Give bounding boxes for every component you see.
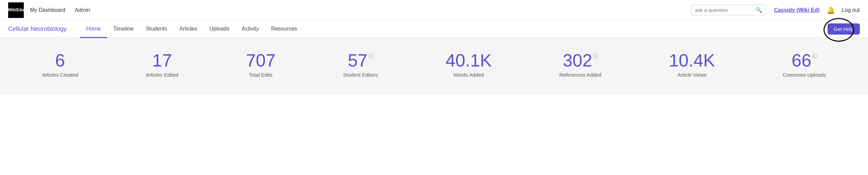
stat-item-articles-edited: 17Articles Edited	[146, 52, 178, 78]
get-help-wrapper: Get Help	[828, 23, 860, 35]
admin-link[interactable]: Admin	[75, 7, 90, 13]
stat-label-4: Words Added	[453, 72, 484, 78]
my-dashboard-link[interactable]: My Dashboard	[30, 7, 65, 13]
stat-label-1: Articles Edited	[146, 72, 178, 78]
stat-value-3: 57	[348, 52, 367, 69]
search-input[interactable]	[695, 7, 753, 13]
sub-nav: Cellular Neurobiology Home Timeline Stud…	[0, 20, 868, 38]
tab-resources[interactable]: Resources	[265, 21, 303, 38]
notification-bell-icon[interactable]: 🔔	[827, 6, 835, 14]
sub-nav-tabs: Home Timeline Students Articles Uploads …	[80, 20, 303, 38]
stat-value-6: 10.4K	[669, 52, 715, 69]
stat-item-articles-created: 6Articles Created	[42, 52, 78, 78]
stat-item-commons-uploads: 66ⓘCommons Uploads	[783, 52, 826, 78]
logout-link[interactable]: Log out	[842, 7, 860, 13]
stats-section: 6Articles Created17Articles Edited707Tot…	[0, 38, 868, 95]
stat-value-5: 302	[563, 52, 592, 69]
stat-value-7: 66	[792, 52, 811, 69]
tab-articles[interactable]: Articles	[173, 21, 203, 38]
tab-home[interactable]: Home	[80, 21, 107, 38]
stat-item-total-edits: 707Total Edits	[246, 52, 276, 78]
wiki-edu-logo: Wiki Edu	[8, 2, 24, 18]
course-title[interactable]: Cellular Neurobiology	[8, 25, 67, 33]
stat-item-student-editors: 57ⓘStudent Editors	[343, 52, 378, 78]
search-icon: 🔍	[756, 7, 762, 13]
tab-timeline[interactable]: Timeline	[107, 21, 140, 38]
user-area: Cassidy (Wiki Ed) 🔔 Log out	[774, 6, 860, 14]
stat-label-7: Commons Uploads	[783, 72, 826, 78]
get-help-button[interactable]: Get Help	[828, 23, 860, 35]
top-nav: Wiki Edu My Dashboard Admin 🔍 Cassidy (W…	[0, 0, 868, 20]
info-icon-7[interactable]: ⓘ	[812, 54, 817, 58]
stat-label-2: Total Edits	[249, 72, 273, 78]
stat-label-6: Article Views	[677, 72, 707, 78]
user-name-link[interactable]: Cassidy (Wiki Ed)	[774, 7, 820, 13]
stat-label-5: References Added	[559, 72, 601, 78]
stat-value-4: 40.1K	[446, 52, 492, 69]
stat-value-1: 17	[152, 52, 172, 69]
stat-item-references-added: 302ⓘReferences Added	[559, 52, 601, 78]
stat-value-0: 6	[55, 52, 65, 69]
info-icon-5[interactable]: ⓘ	[593, 54, 598, 58]
info-icon-3[interactable]: ⓘ	[368, 54, 373, 58]
search-area: 🔍	[691, 5, 766, 15]
stat-item-words-added: 40.1KWords Added	[446, 52, 492, 78]
stat-value-2: 707	[246, 52, 276, 69]
tab-activity[interactable]: Activity	[236, 21, 265, 38]
tab-students[interactable]: Students	[140, 21, 173, 38]
stat-label-0: Articles Created	[42, 72, 78, 78]
stat-item-article-views: 10.4KArticle Views	[669, 52, 715, 78]
stat-label-3: Student Editors	[343, 72, 378, 78]
top-nav-links: My Dashboard Admin	[30, 7, 90, 13]
tab-uploads[interactable]: Uploads	[203, 21, 236, 38]
